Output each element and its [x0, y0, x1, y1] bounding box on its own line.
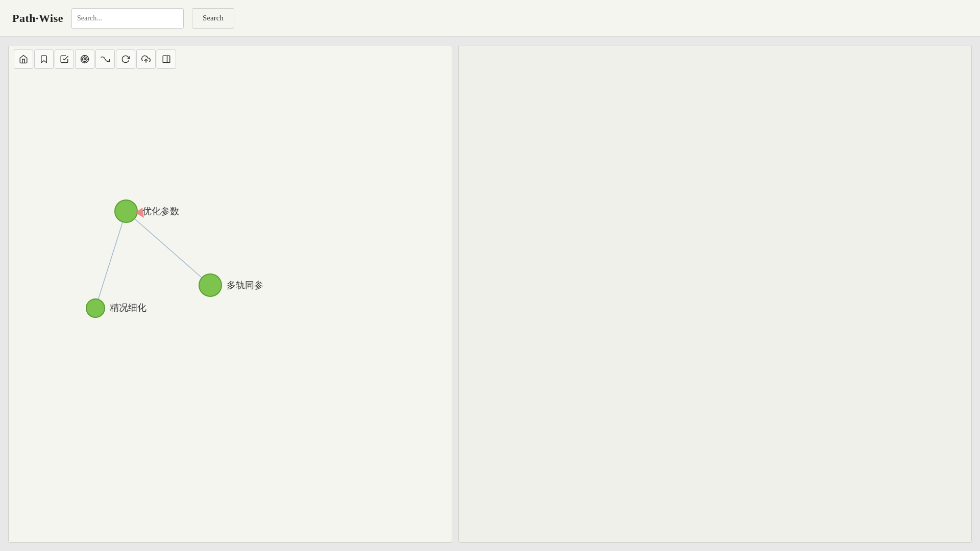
target-button[interactable]	[75, 49, 94, 69]
graph-svg: 优化参数 多轨同参 精况细化	[9, 76, 452, 542]
svg-line-11	[95, 211, 126, 308]
main-content: 优化参数 多轨同参 精况细化	[0, 37, 980, 551]
panel-button[interactable]	[157, 49, 176, 69]
home-button[interactable]	[14, 49, 33, 69]
svg-point-2	[84, 59, 86, 60]
node-3-label: 精况细化	[110, 303, 146, 313]
node-2	[199, 274, 222, 296]
toolbar	[9, 45, 452, 73]
search-input[interactable]	[71, 8, 184, 29]
bookmark-button[interactable]	[34, 49, 54, 69]
svg-line-10	[126, 211, 210, 285]
search-button[interactable]: Search	[192, 8, 234, 29]
svg-point-1	[83, 57, 87, 62]
graph-canvas[interactable]: 优化参数 多轨同参 精况细化	[9, 76, 452, 542]
svg-rect-8	[163, 56, 170, 63]
node-2-label: 多轨同参	[227, 280, 263, 290]
node-1-label: 优化参数	[142, 206, 179, 216]
header: Path·Wise Search	[0, 0, 980, 37]
refresh-button[interactable]	[116, 49, 135, 69]
check-button[interactable]	[55, 49, 74, 69]
graph-panel: 优化参数 多轨同参 精况细化	[8, 45, 452, 543]
logo: Path·Wise	[12, 12, 63, 25]
node-3	[86, 299, 105, 317]
node-1	[115, 200, 137, 222]
route-button[interactable]	[95, 49, 115, 69]
right-panel	[458, 45, 972, 543]
upload-button[interactable]	[136, 49, 156, 69]
